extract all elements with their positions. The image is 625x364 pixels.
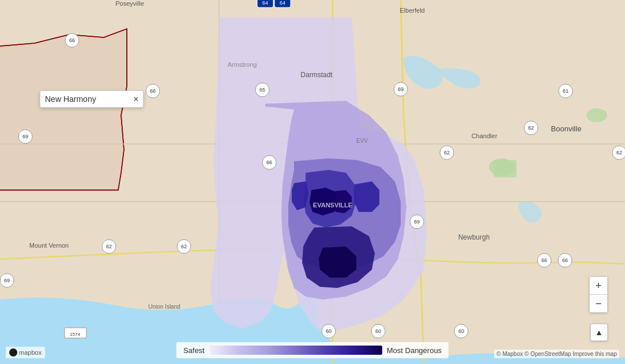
svg-text:69: 69 <box>414 219 420 225</box>
zoom-in-button[interactable]: + <box>590 277 607 294</box>
svg-text:60: 60 <box>375 328 381 334</box>
improve-map-link[interactable]: Improve this map <box>573 351 617 357</box>
svg-text:64: 64 <box>280 0 285 6</box>
mapbox-text: mapbox <box>19 349 42 356</box>
svg-text:Elberfeld: Elberfeld <box>400 7 424 14</box>
most-dangerous-label: Most Dangerous <box>387 346 442 355</box>
map-svg: Poseyville Elberfeld Armstrong Darmstadt… <box>0 0 625 364</box>
svg-text:62: 62 <box>181 244 187 249</box>
svg-text:61: 61 <box>563 88 568 94</box>
legend-gradient <box>209 346 382 355</box>
svg-text:62: 62 <box>106 244 112 249</box>
svg-rect-3 <box>494 160 517 177</box>
compass-button[interactable]: ▲ <box>590 324 608 341</box>
svg-text:66: 66 <box>541 257 547 263</box>
svg-text:66: 66 <box>562 257 568 263</box>
svg-text:62: 62 <box>616 150 622 156</box>
mapbox-logo: mapbox <box>6 347 45 358</box>
svg-text:66: 66 <box>150 88 156 94</box>
osm-attribution[interactable]: © OpenStreetMap <box>525 351 571 357</box>
svg-text:Mount Vernon: Mount Vernon <box>29 242 69 249</box>
legend: Safest Most Dangerous <box>176 342 449 358</box>
svg-text:60: 60 <box>326 328 332 334</box>
svg-text:65: 65 <box>259 87 265 93</box>
svg-text:69: 69 <box>4 278 10 283</box>
svg-text:Poseyville: Poseyville <box>115 0 144 7</box>
zoom-out-button[interactable]: − <box>590 295 607 312</box>
zoom-controls: + − <box>589 276 608 313</box>
mapbox-icon <box>9 348 17 357</box>
svg-text:EVV: EVV <box>356 138 368 144</box>
svg-text:66: 66 <box>69 37 75 43</box>
svg-text:EVANSVILLE: EVANSVILLE <box>313 202 352 208</box>
search-input[interactable] <box>45 94 131 104</box>
attribution: © Mapbox © OpenStreetMap Improve this ma… <box>494 350 619 358</box>
svg-text:Union Island: Union Island <box>148 304 180 310</box>
svg-point-2 <box>586 108 607 122</box>
map-container[interactable]: Poseyville Elberfeld Armstrong Darmstadt… <box>0 0 625 364</box>
svg-text:Armstrong: Armstrong <box>228 61 257 68</box>
search-box[interactable]: × <box>40 90 144 108</box>
svg-text:64: 64 <box>262 0 268 6</box>
svg-text:66: 66 <box>266 160 272 165</box>
svg-text:Boonville: Boonville <box>551 124 582 133</box>
svg-text:1574: 1574 <box>70 332 80 337</box>
close-icon[interactable]: × <box>134 94 138 104</box>
svg-text:62: 62 <box>528 125 534 131</box>
svg-text:Newburgh: Newburgh <box>458 233 490 241</box>
svg-text:Chandler: Chandler <box>472 132 498 139</box>
safest-label: Safest <box>183 346 205 355</box>
svg-text:69: 69 <box>398 86 404 92</box>
mapbox-attribution[interactable]: © Mapbox <box>496 351 523 357</box>
svg-text:Darmstadt: Darmstadt <box>300 71 333 79</box>
svg-text:60: 60 <box>458 328 464 334</box>
svg-text:62: 62 <box>444 150 450 156</box>
svg-text:69: 69 <box>22 134 28 139</box>
